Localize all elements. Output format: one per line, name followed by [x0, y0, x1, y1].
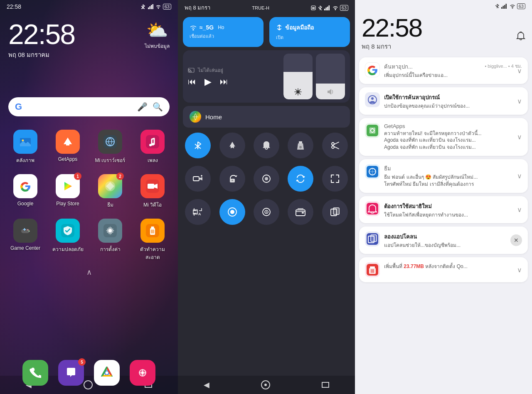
brightness-slider[interactable]	[283, 54, 313, 99]
app-item-google[interactable]: Google	[4, 169, 47, 214]
messages-badge: 5	[78, 358, 86, 366]
cc-toggle-scissors[interactable]	[322, 133, 348, 158]
notif-card-focus[interactable]: ต้องการใช้สมาธิใหม่ ใช้โหมดโฟกัสเพื่อหยุ…	[359, 196, 528, 224]
cc-signal-icon	[324, 5, 331, 10]
notif-expand-trash[interactable]: ∨	[517, 266, 522, 274]
mic-icon[interactable]: 🎤	[137, 102, 148, 112]
notif-icon-finddevice	[365, 92, 380, 107]
app-icon-mivideo	[140, 174, 165, 198]
volume-slider[interactable]	[316, 54, 345, 99]
notif-card-getapps[interactable]: GetApps ความท้าทายใหม่! จะมีใครหยุดกวางป…	[359, 118, 528, 156]
app-item-music[interactable]: เพลง	[131, 125, 174, 169]
cc-home-shortcut[interactable]: Home	[183, 106, 350, 128]
search-bar[interactable]: G 🎤 🔍	[8, 97, 170, 116]
cc-toggle-screenshot[interactable]	[254, 166, 279, 192]
svg-point-49	[299, 146, 302, 148]
app-icon-gallery	[13, 130, 37, 154]
notif-status-bar: 63	[355, 0, 532, 11]
app-item-getapps[interactable]: GetApps	[47, 125, 89, 169]
cc-toggle-flashlight[interactable]	[288, 133, 313, 158]
dock-messages[interactable]: 5	[58, 360, 84, 386]
dock-phone[interactable]	[22, 360, 48, 386]
cc-toggle-airplane[interactable]	[219, 133, 245, 158]
cc-toggle-video-add[interactable]	[185, 166, 211, 192]
notif-card-trash[interactable]: เพิ่มพื้นที่ 23.77MB หลังจากติดตั้ง Qo..…	[359, 257, 528, 282]
notif-card-google[interactable]: ค้นหาอุปก... • bigglive... • 4 ชม. เพิ่ม…	[359, 57, 528, 84]
notif-icon-getapps	[365, 123, 380, 138]
app-item-browser[interactable]: Mi เบราว์เซอร์	[89, 125, 131, 169]
notif-signal-icon	[501, 4, 508, 9]
cc-media-controls: ⏮ ▶ ⏭	[188, 76, 280, 87]
cc-toggle-video2[interactable]	[219, 199, 245, 225]
notif-expand-finddevice[interactable]: ∨	[517, 97, 522, 105]
app-item-cleaner[interactable]: ตัวทำความสะอาด	[131, 214, 174, 266]
cc-toggle-dot[interactable]	[254, 199, 279, 225]
svg-point-43	[335, 9, 336, 10]
notif-bell-icon[interactable]	[516, 32, 525, 43]
notif-card-theme[interactable]: ธีม ธีม ฟอนต์ และอื่นๆ 😍 สัมผัสรูปลักษณ์…	[359, 159, 528, 193]
notif-expand-theme[interactable]: ∨	[517, 172, 522, 180]
cc-toggle-scan-a[interactable]: A	[185, 199, 211, 225]
signal-icon	[148, 4, 154, 9]
notif-header-getapps: GetApps	[384, 123, 522, 129]
notif-big-time: 22:58	[362, 15, 525, 41]
notif-app-name-google: ค้นหาอุปก...	[384, 62, 413, 71]
battery-icon: 63	[163, 4, 171, 10]
svg-rect-72	[504, 5, 505, 9]
notifications-panel: 63 22:58 พฤ 8 มกรา ค้นหาอุปก... • biggli…	[355, 0, 532, 394]
notif-body-trash: เพิ่มพื้นที่ 23.77MB หลังจากติดตั้ง Qo..…	[384, 263, 522, 270]
app-item-theme[interactable]: 2 ธีม	[89, 169, 131, 214]
cc-status-icons: 63	[311, 5, 348, 11]
notif-close-clone[interactable]: ✕	[510, 234, 522, 246]
cc-wifi-card[interactable]: ≈_5G Ho เชื่อมต่อแล้ว	[183, 17, 264, 47]
svg-text:A: A	[198, 212, 201, 216]
notif-card-clone[interactable]: ลองแอปโคลน แอปโคลนช่วยให้...ของบัญชีพร้อ…	[359, 227, 528, 254]
app-item-gallery[interactable]: คลังภาพ	[4, 125, 47, 169]
app-item-security[interactable]: ความปลอดภัย	[47, 214, 89, 266]
search-action-icons: 🎤 🔍	[137, 102, 163, 112]
cc-nav-home[interactable]	[261, 380, 271, 390]
dock-chrome[interactable]	[94, 360, 120, 386]
svg-rect-29	[151, 227, 154, 228]
cc-data-title: ข้อมูลมือถือ	[285, 23, 314, 32]
cc-toggle-bell[interactable]	[254, 133, 279, 158]
svg-rect-11	[146, 135, 159, 148]
svg-rect-41	[327, 7, 328, 10]
app-label-security: ความปลอดภัย	[52, 245, 84, 253]
svg-rect-67	[333, 208, 339, 214]
app-item-gamecenter[interactable]: Game Center	[4, 214, 47, 266]
app-item-settings[interactable]: การตั้งค่า	[89, 214, 131, 266]
cc-toggle-bluetooth[interactable]	[185, 133, 211, 158]
svg-point-44	[192, 29, 194, 30]
cc-nav-recent[interactable]	[322, 382, 329, 388]
cc-toggle-wallet[interactable]	[288, 199, 313, 225]
cc-play-btn[interactable]: ▶	[204, 76, 212, 87]
cc-next-btn[interactable]: ⏭	[220, 77, 228, 86]
notif-expand-getapps[interactable]: ∨	[517, 133, 522, 141]
app-item-mivideo[interactable]: Mi วิดีโอ	[131, 169, 174, 214]
cc-toggle-sync[interactable]	[288, 166, 313, 192]
cc-nav-back[interactable]: ◀	[204, 380, 209, 389]
notif-content-clone: ลองแอปโคลน แอปโคลนช่วยให้...ของบัญชีพร้อ…	[384, 231, 522, 249]
notif-content-theme: ธีม ธีม ฟอนต์ และอื่นๆ 😍 สัมผัสรูปลักษณ์…	[384, 164, 522, 188]
app-icon-browser	[98, 130, 122, 154]
notif-card-finddevice[interactable]: เปิดใช้การค้นหาอุปกรณ์ ปกป้องข้อมูลของคุ…	[359, 87, 528, 115]
cc-toggle-clone[interactable]	[322, 199, 348, 225]
app-item-playstore[interactable]: 1 Play Store	[47, 169, 89, 214]
notif-expand-focus[interactable]: ∨	[517, 206, 522, 214]
notif-content-finddevice: เปิดใช้การค้นหาอุปกรณ์ ปกป้องข้อมูลของคุ…	[384, 92, 522, 110]
dock-browser2[interactable]	[130, 360, 155, 386]
cc-data-sub: เปิด	[276, 34, 343, 41]
cc-toggle-lock-rotate[interactable]	[219, 166, 245, 192]
notif-expand-google[interactable]: ∨	[517, 66, 522, 74]
cc-no-playing: ไม่ได้เล่นอยู่	[198, 66, 223, 74]
home-status-icons: 63	[140, 4, 171, 10]
lens-icon[interactable]: 🔍	[153, 102, 163, 112]
cc-data-card[interactable]: ข้อมูลมือถือ เปิด	[269, 17, 350, 47]
cc-toggle-expand[interactable]	[322, 166, 348, 192]
cc-prev-btn[interactable]: ⏮	[188, 77, 196, 86]
app-label-theme: ธีม	[107, 201, 113, 209]
cc-wifi-icon	[332, 5, 338, 10]
notif-content-google: ค้นหาอุปก... • bigglive... • 4 ชม. เพิ่ม…	[384, 62, 522, 79]
svg-point-56	[265, 177, 268, 180]
